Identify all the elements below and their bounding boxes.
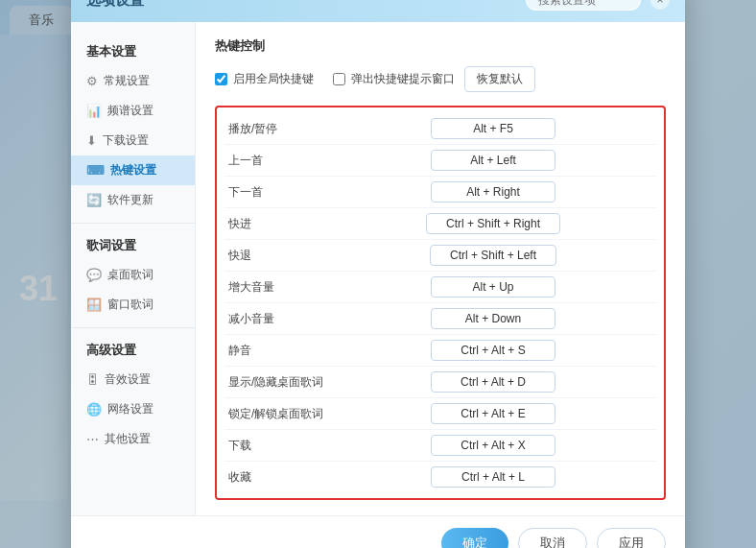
update-icon: 🔄 [86,193,102,207]
key-button[interactable]: Ctrl + Alt + S [431,340,555,361]
sidebar-item-window-lyrics[interactable]: 🪟 窗口歌词 [71,290,195,320]
shortcut-row: 下一首Alt + Right [224,177,656,208]
shortcut-label: 快退 [228,248,334,264]
sidebar-item-hotkeys-label: 热键设置 [110,162,156,179]
sidebar-item-spectrum[interactable]: 📊 频谱设置 [71,96,195,126]
main-content: 热键控制 启用全局快捷键 弹出快捷键提示窗口 恢复默认 播放/暂停Alt + [196,22,685,515]
global-shortcut-label: 启用全局快捷键 [233,71,314,87]
sidebar-divider-1 [71,223,195,224]
restore-default-button[interactable]: 恢复默认 [464,66,535,92]
popup-label: 弹出快捷键提示窗口 [351,71,455,87]
shortcut-row: 下载Ctrl + Alt + X [224,430,656,462]
sidebar-item-effects[interactable]: 🎛 音效设置 [71,365,195,394]
shortcut-row: 快进Ctrl + Shift + Right [224,208,656,240]
sidebar-item-download-label: 下载设置 [103,132,149,149]
global-shortcut-row: 启用全局快捷键 弹出快捷键提示窗口 恢复默认 [215,66,666,92]
section-title: 热键控制 [215,37,666,55]
key-button[interactable]: Ctrl + Alt + X [431,435,555,456]
shortcut-label: 增大音量 [228,279,334,296]
sidebar-item-network-label: 网络设置 [107,401,154,417]
shortcut-label: 显示/隐藏桌面歌词 [228,374,334,391]
sidebar-item-network[interactable]: 🌐 网络设置 [71,394,195,424]
close-button[interactable]: × [650,0,670,10]
key-button[interactable]: Ctrl + Alt + D [431,371,555,393]
shortcut-row: 收藏Ctrl + Alt + L [224,462,656,492]
shortcut-row: 锁定/解锁桌面歌词Ctrl + Alt + E [224,398,656,430]
popup-checkbox-label[interactable]: 弹出快捷键提示窗口 [333,71,455,87]
key-button[interactable]: Ctrl + Shift + Left [430,245,556,266]
key-button[interactable]: Ctrl + Alt + L [431,466,555,488]
shortcut-row: 增大音量Alt + Up [224,272,656,303]
shortcut-key-area: Ctrl + Alt + L [334,466,652,488]
shortcut-key-area: Ctrl + Alt + E [334,403,652,424]
sidebar-item-general-label: 常规设置 [104,73,150,89]
desktop-lyrics-icon: 💬 [86,268,102,282]
sidebar-item-hotkeys[interactable]: ⌨ 热键设置 [71,155,195,185]
shortcut-key-area: Ctrl + Alt + D [334,371,652,393]
popup-checkbox[interactable] [333,73,345,85]
sidebar-item-window-lyrics-label: 窗口歌词 [107,297,154,313]
shortcut-key-area: Ctrl + Shift + Right [334,213,652,234]
cancel-button[interactable]: 取消 [518,528,587,548]
shortcut-key-area: Ctrl + Shift + Left [334,245,652,266]
apply-button[interactable]: 应用 [597,528,666,548]
sidebar-item-general[interactable]: ⚙ 常规设置 [71,66,195,96]
shortcut-key-area: Ctrl + Alt + S [334,340,652,361]
key-button[interactable]: Alt + Right [431,181,555,203]
shortcut-table: 播放/暂停Alt + F5上一首Alt + Left下一首Alt + Right… [215,106,666,500]
modal-overlay: 选项设置 × 基本设置 ⚙ 常规设置 📊 频谱设置 ⬇ [0,0,756,548]
search-input[interactable] [526,0,641,11]
sidebar-item-desktop-lyrics[interactable]: 💬 桌面歌词 [71,260,195,290]
window-lyrics-icon: 🪟 [86,298,102,312]
confirm-button[interactable]: 确定 [441,528,508,548]
shortcut-key-area: Alt + Up [334,276,652,298]
sidebar-item-other-label: 其他设置 [105,431,151,447]
shortcut-row: 快退Ctrl + Shift + Left [224,240,656,272]
shortcut-label: 下一首 [228,184,334,201]
key-button[interactable]: Alt + Left [431,150,555,171]
sidebar-item-desktop-lyrics-label: 桌面歌词 [107,267,154,283]
sidebar-item-spectrum-label: 频谱设置 [107,103,154,119]
key-button[interactable]: Alt + Down [431,308,555,329]
shortcut-key-area: Alt + Down [334,308,652,329]
modal-title: 选项设置 [86,0,144,10]
key-button[interactable]: Alt + F5 [431,118,555,139]
modal-footer: 确定 取消 应用 [71,515,685,548]
shortcut-row: 显示/隐藏桌面歌词Ctrl + Alt + D [224,367,656,398]
sidebar-item-download[interactable]: ⬇ 下载设置 [71,126,195,155]
other-icon: ⋯ [86,432,99,446]
shortcut-label: 锁定/解锁桌面歌词 [228,406,334,422]
sidebar-section-basic: 基本设置 [71,37,195,66]
sidebar-item-effects-label: 音效设置 [105,371,151,388]
sidebar-item-update[interactable]: 🔄 软件更新 [71,185,195,215]
modal-header-right: × [526,0,670,11]
modal-header: 选项设置 × [71,0,685,22]
key-button[interactable]: Alt + Up [431,276,555,298]
shortcut-label: 快进 [228,216,334,232]
shortcut-key-area: Alt + Right [334,181,652,203]
shortcut-label: 上一首 [228,153,334,169]
shortcut-row: 上一首Alt + Left [224,145,656,177]
sidebar-item-other[interactable]: ⋯ 其他设置 [71,424,195,454]
shortcut-label: 收藏 [228,469,334,486]
shortcut-key-area: Alt + F5 [334,118,652,139]
gear-icon: ⚙ [86,74,98,88]
key-button[interactable]: Ctrl + Shift + Right [426,213,560,234]
effects-icon: 🎛 [86,372,99,387]
keyboard-icon: ⌨ [86,163,105,178]
modal-body: 基本设置 ⚙ 常规设置 📊 频谱设置 ⬇ 下载设置 ⌨ 热键设置 [71,22,685,515]
sidebar-section-advanced: 高级设置 [71,336,195,365]
key-button[interactable]: Ctrl + Alt + E [431,403,555,424]
shortcut-label: 下载 [228,438,334,454]
shortcut-label: 静音 [228,343,334,359]
global-shortcut-checkbox-label[interactable]: 启用全局快捷键 [215,71,314,87]
global-shortcut-checkbox[interactable] [215,73,227,85]
shortcut-row: 播放/暂停Alt + F5 [224,113,656,145]
sidebar-section-lyrics: 歌词设置 [71,231,195,260]
shortcut-label: 减小音量 [228,311,334,327]
download-icon: ⬇ [86,133,97,148]
spectrum-icon: 📊 [86,104,102,118]
sidebar-divider-2 [71,327,195,328]
shortcut-row: 减小音量Alt + Down [224,303,656,335]
shortcut-row: 静音Ctrl + Alt + S [224,335,656,367]
